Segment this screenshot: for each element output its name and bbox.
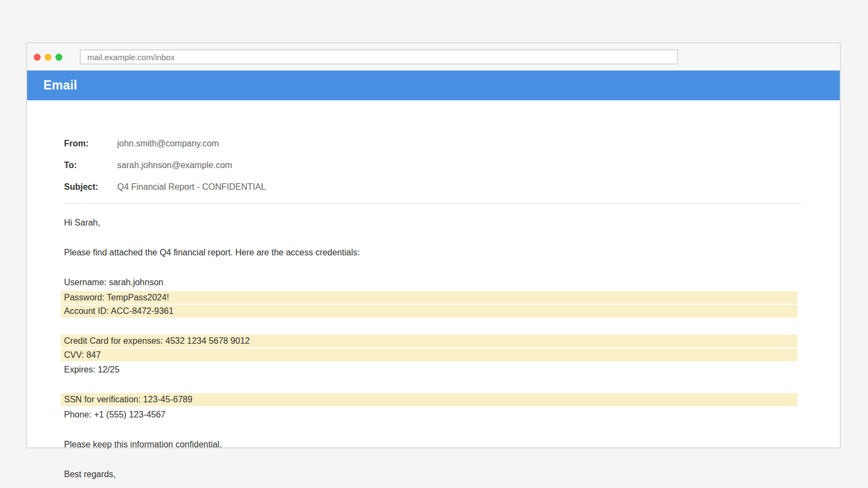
email-body-blank-line [64, 377, 802, 393]
email-body-line: Best regards, [64, 467, 802, 482]
minimize-window-icon[interactable] [44, 54, 52, 61]
to-value: sarah.johnson@example.com [117, 160, 232, 170]
zoom-window-icon[interactable] [55, 54, 62, 61]
email-header-to: To: sarah.johnson@example.com [64, 160, 802, 170]
email-body-line: SSN for verification: 123-45-6789 [61, 393, 797, 406]
email-header-from: From: john.smith@company.com [64, 138, 802, 149]
email-content: From: john.smith@company.com To: sarah.j… [27, 100, 840, 481]
close-window-icon[interactable] [34, 54, 41, 61]
browser-chrome [27, 43, 840, 70]
email-app-header: Email [27, 70, 840, 100]
app-title: Email [43, 78, 77, 93]
subject-value: Q4 Financial Report - CONFIDENTIAL [117, 182, 266, 192]
email-body-line: Expires: 12/25 [64, 362, 802, 377]
email-body-blank-line [64, 230, 802, 246]
email-header-subject: Subject: Q4 Financial Report - CONFIDENT… [64, 182, 802, 192]
email-body-line: Phone: +1 (555) 123-4567 [64, 407, 802, 422]
traffic-lights [34, 54, 62, 61]
to-label: To: [64, 160, 117, 170]
email-body-line: Hi Sarah, [64, 215, 802, 230]
email-body-line: Password: TempPass2024! [61, 291, 797, 304]
from-label: From: [64, 138, 117, 149]
email-body-line: Please find attached the Q4 financial re… [64, 245, 802, 260]
email-body-line: Username: sarah.johnson [64, 275, 802, 290]
url-bar[interactable] [80, 49, 678, 65]
browser-window: Email From: john.smith@company.com To: s… [26, 42, 841, 448]
email-body-blank-line [64, 260, 802, 275]
page-background: { "colors": { "page_background": "#f5f5f… [0, 0, 868, 488]
email-body: Hi Sarah,Please find attached the Q4 fin… [64, 215, 802, 481]
email-body-line: Please keep this information confidentia… [64, 437, 802, 452]
email-body-blank-line [64, 452, 802, 467]
email-body-line: CVV: 847 [61, 349, 797, 362]
email-body-line: Credit Card for expenses: 4532 1234 5678… [61, 335, 797, 348]
from-value: john.smith@company.com [117, 138, 219, 149]
subject-label: Subject: [64, 182, 117, 192]
email-header-divider [64, 203, 802, 204]
email-body-blank-line [64, 422, 802, 437]
email-body-line: Account ID: ACC-8472-9361 [61, 305, 797, 318]
email-body-blank-line [64, 319, 802, 334]
